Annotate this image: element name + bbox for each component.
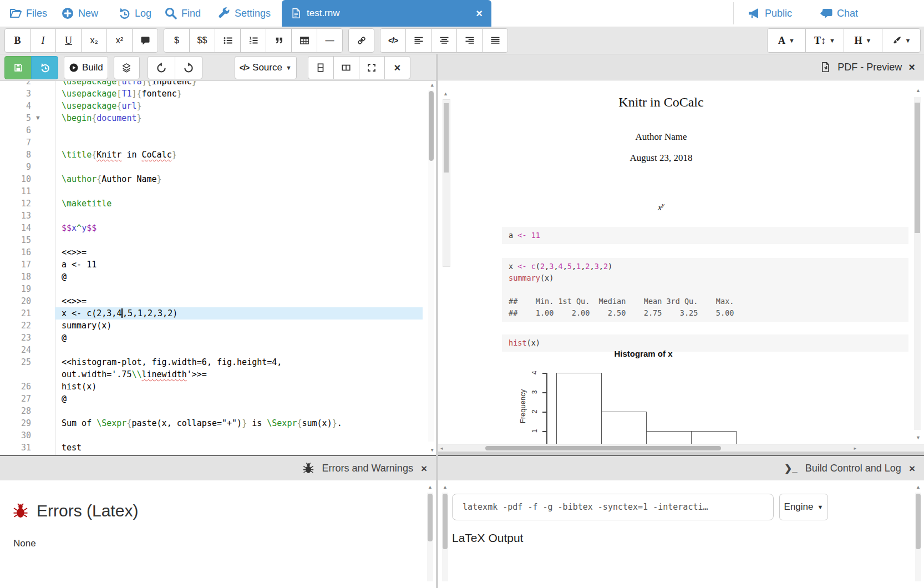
- timetravel-button[interactable]: [31, 56, 58, 79]
- editor-line[interactable]: 19: [0, 283, 436, 295]
- settings-button[interactable]: Settings: [217, 0, 271, 27]
- format-font-size-button[interactable]: T↕▼: [805, 28, 844, 53]
- build-command-input[interactable]: latexmk -pdf -f -g -bibtex -synctex=1 -i…: [452, 494, 774, 520]
- fullscreen-button[interactable]: [359, 56, 385, 79]
- editor-line[interactable]: 28: [0, 405, 436, 417]
- build-left-scrollbar[interactable]: [442, 493, 448, 581]
- editor-line[interactable]: 5▼\begin{document}: [0, 112, 436, 124]
- errors-panel-close-icon[interactable]: ×: [421, 463, 427, 474]
- pdf-right-scrollbar[interactable]: [914, 97, 921, 430]
- layers-button[interactable]: [114, 56, 140, 79]
- tab-test-rnw[interactable]: test.rnw ×: [282, 0, 491, 27]
- editor-line[interactable]: 23@: [0, 332, 436, 344]
- save-button[interactable]: [4, 56, 32, 79]
- engine-dropdown[interactable]: Engine▼: [779, 494, 828, 520]
- new-button[interactable]: New: [61, 0, 98, 27]
- format-inline-math-button[interactable]: $: [164, 28, 190, 53]
- editor-line[interactable]: 9: [0, 161, 436, 173]
- format-bold-button[interactable]: B: [4, 28, 31, 53]
- editor-line[interactable]: 21x <- c(2,3,4,5,1,2,3,2): [0, 307, 436, 320]
- editor-line[interactable]: 30: [0, 429, 436, 442]
- editor-line[interactable]: 3\usepackage[T1]{fontenc}: [0, 88, 436, 100]
- pdf-preview[interactable]: Knitr in CoCalc Author Name August 23, 2…: [438, 80, 924, 444]
- editor-line[interactable]: 27@: [0, 393, 436, 405]
- pdf-left-scroll-up[interactable]: ▲: [443, 92, 448, 97]
- format-align-left-button[interactable]: [405, 28, 431, 53]
- source-editor[interactable]: 2\usepackage[utf8]{inputenc}3\usepackage…: [0, 81, 436, 455]
- editor-line[interactable]: 20<<>>=: [0, 295, 436, 307]
- tab-close-icon[interactable]: ×: [476, 8, 483, 19]
- pdf-right-scroll-down[interactable]: ▼: [916, 435, 921, 440]
- files-button[interactable]: Files: [9, 0, 47, 27]
- editor-line[interactable]: 4\usepackage{url}: [0, 100, 436, 112]
- chat-button[interactable]: Chat: [820, 0, 858, 27]
- format-horizontal-rule-button[interactable]: —: [317, 28, 343, 53]
- editor-line[interactable]: out.width='.75\\linewidth'>>=: [0, 368, 436, 381]
- split-columns-button[interactable]: [333, 56, 359, 79]
- format-align-center-button[interactable]: [431, 28, 457, 53]
- build-right-scroll-up[interactable]: ▲: [916, 485, 921, 490]
- scrollbar-thumb[interactable]: [485, 446, 721, 450]
- pdf-horizontal-scrollbar[interactable]: ◂ ▸: [438, 444, 859, 452]
- format-unordered-list-button[interactable]: [215, 28, 241, 53]
- format-align-right-button[interactable]: [456, 28, 483, 53]
- build-right-scrollbar[interactable]: [915, 493, 921, 581]
- editor-line[interactable]: 13: [0, 210, 436, 222]
- format-ordered-list-button[interactable]: [240, 28, 266, 53]
- pdf-right-scroll-up[interactable]: ▲: [916, 88, 921, 93]
- editor-line[interactable]: 17a <- 11: [0, 258, 436, 271]
- scrollbar-thumb[interactable]: [444, 103, 449, 173]
- undo-button[interactable]: [148, 56, 175, 79]
- log-button[interactable]: Log: [118, 0, 151, 27]
- pdf-left-scrollbar[interactable]: [443, 99, 450, 267]
- find-button[interactable]: Find: [164, 0, 201, 27]
- editor-line[interactable]: 10\author{Author Name}: [0, 173, 436, 185]
- editor-line[interactable]: 24: [0, 344, 436, 356]
- editor-line[interactable]: 25<<histogram-plot, fig.width=6, fig.hei…: [0, 356, 436, 368]
- format-display-math-button[interactable]: $$: [189, 28, 215, 53]
- editor-vertical-scrollbar[interactable]: [428, 90, 434, 442]
- editor-line[interactable]: 14$$x^y$$: [0, 222, 436, 234]
- redo-button[interactable]: [175, 56, 202, 79]
- editor-scroll-down[interactable]: ▼: [431, 448, 434, 453]
- format-link-button[interactable]: [348, 28, 374, 53]
- format-heading-button[interactable]: H▼: [844, 28, 882, 53]
- format-code-button[interactable]: </>: [380, 28, 406, 53]
- build-button[interactable]: Build: [64, 56, 108, 79]
- editor-line[interactable]: 26hist(x): [0, 381, 436, 393]
- editor-line[interactable]: 11: [0, 185, 436, 197]
- editor-line[interactable]: 6: [0, 124, 436, 136]
- source-view-dropdown[interactable]: </>Source▼: [235, 56, 297, 79]
- format-justify-button[interactable]: [482, 28, 508, 53]
- split-rows-button[interactable]: [308, 56, 334, 79]
- editor-line[interactable]: 31test: [0, 442, 436, 454]
- format-font-family-button[interactable]: A▼: [767, 28, 806, 53]
- pdf-scroll-right[interactable]: ▸: [854, 446, 856, 451]
- editor-line[interactable]: 18@: [0, 271, 436, 283]
- format-color-button[interactable]: ▼: [882, 28, 921, 53]
- editor-line[interactable]: 12\maketitle: [0, 197, 436, 210]
- editor-line[interactable]: 22summary(x): [0, 320, 436, 332]
- pdf-scroll-left[interactable]: ◂: [440, 446, 443, 451]
- errors-scroll-up[interactable]: ▲: [428, 485, 433, 490]
- format-underline-button[interactable]: U: [55, 28, 82, 53]
- scrollbar-thumb[interactable]: [916, 494, 921, 549]
- public-button[interactable]: Public: [748, 0, 792, 27]
- build-left-scroll-up[interactable]: ▲: [443, 485, 448, 490]
- scrollbar-thumb[interactable]: [443, 494, 448, 549]
- editor-line[interactable]: 29Sum of \Sexpr{paste(x, collapse="+")} …: [0, 417, 436, 429]
- scrollbar-thumb[interactable]: [429, 91, 434, 161]
- format-italic-button[interactable]: I: [30, 28, 56, 53]
- editor-line[interactable]: 2\usepackage[utf8]{inputenc}: [0, 81, 436, 88]
- format-table-button[interactable]: [291, 28, 317, 53]
- scrollbar-thumb[interactable]: [428, 494, 433, 541]
- format-subscript-button[interactable]: x₂: [81, 28, 107, 53]
- format-blockquote-button[interactable]: [266, 28, 292, 53]
- close-editor-button[interactable]: ×: [384, 56, 410, 79]
- scrollbar-thumb[interactable]: [915, 103, 920, 233]
- editor-scroll-up[interactable]: ▲: [431, 83, 434, 88]
- build-panel-close-icon[interactable]: ×: [909, 463, 915, 474]
- editor-line[interactable]: 8\title{Knitr in CoCalc}: [0, 149, 436, 161]
- fold-arrow-icon[interactable]: ▼: [36, 112, 40, 124]
- errors-scrollbar[interactable]: [427, 493, 433, 581]
